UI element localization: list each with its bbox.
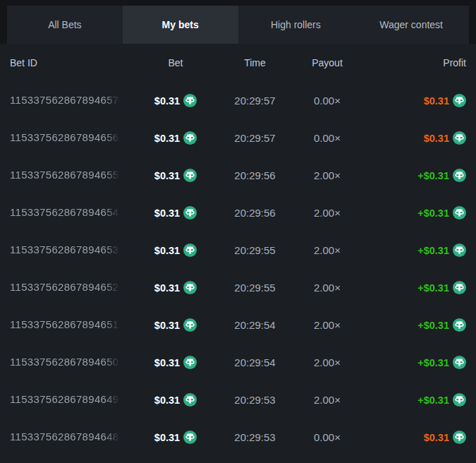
time-value: 20:29:57	[234, 95, 275, 107]
bet-cell: $0.31	[133, 94, 218, 107]
tether-icon	[453, 206, 466, 220]
tether-icon	[453, 431, 466, 444]
table-row[interactable]: 115337562867894654 $0.31 20:29:56 2.00× …	[10, 194, 466, 232]
bet-amount: $0.31	[154, 95, 180, 107]
profit-cell: +$0.31	[362, 243, 466, 257]
bet-cell: $0.31	[133, 356, 218, 369]
payout-cell: 2.00×	[292, 356, 362, 368]
bet-amount: $0.31	[154, 282, 180, 294]
tab-label: High rollers	[271, 19, 321, 30]
bet-id-cell: 115337562867894650	[10, 356, 133, 370]
tab-high-rollers[interactable]: High rollers	[238, 6, 354, 44]
bet-cell: $0.31	[133, 206, 218, 220]
tab-label: Wager contest	[379, 19, 443, 30]
table-row[interactable]: 115337562867894656 $0.31 20:29:57 0.00× …	[10, 119, 466, 157]
bet-id-cell: 115337562867894654	[10, 206, 133, 220]
bet-id-cell: 115337562867894657	[10, 94, 133, 108]
time-cell: 20:29:54	[218, 356, 292, 368]
bet-id-cell: 115337562867894648	[10, 431, 133, 445]
tab-my-bets[interactable]: My bets	[123, 6, 238, 44]
payout-cell: 2.00×	[292, 394, 362, 406]
bet-id-cell: 115337562867894655	[10, 169, 133, 183]
time-value: 20:29:55	[234, 244, 275, 256]
profit-amount: +$0.31	[417, 320, 449, 331]
tether-icon	[183, 281, 197, 294]
tether-icon	[453, 356, 466, 369]
time-cell: 20:29:54	[218, 319, 292, 331]
bet-id-value: 115337562867894657	[10, 94, 121, 106]
payout-value: 2.00×	[314, 244, 341, 256]
time-value: 20:29:53	[234, 394, 275, 406]
profit-amount: +$0.31	[417, 170, 449, 181]
bet-cell: $0.31	[133, 431, 218, 444]
payout-value: 2.00×	[314, 169, 341, 181]
payout-value: 0.00×	[314, 132, 341, 144]
payout-cell: 2.00×	[292, 319, 362, 331]
bet-id-cell: 115337562867894653	[10, 243, 133, 258]
table-body: 115337562867894657 $0.31 20:29:57 0.00× …	[10, 82, 466, 456]
time-cell: 20:29:56	[218, 207, 292, 219]
bets-table: Bet ID Bet Time Payout Profit 1153375628…	[0, 44, 476, 463]
payout-cell: 0.00×	[292, 95, 362, 107]
tether-icon	[183, 431, 197, 444]
tether-icon	[183, 318, 197, 332]
bet-id-cell: 115337562867894651	[10, 318, 133, 332]
payout-cell: 2.00×	[292, 282, 362, 294]
time-value: 20:29:54	[234, 319, 275, 331]
tether-icon	[183, 393, 197, 407]
payout-value: 2.00×	[314, 356, 341, 368]
table-row[interactable]: 115337562867894648 $0.31 20:29:53 0.00× …	[10, 419, 466, 456]
bet-id-value: 115337562867894648	[10, 431, 121, 443]
time-value: 20:29:56	[234, 207, 275, 219]
tether-icon	[453, 318, 466, 332]
payout-value: 2.00×	[314, 394, 341, 406]
time-cell: 20:29:56	[218, 169, 292, 181]
bet-id-value: 115337562867894651	[10, 318, 121, 330]
payout-value: 0.00×	[314, 431, 341, 443]
tab-all-bets[interactable]: All Bets	[7, 6, 123, 44]
table-row[interactable]: 115337562867894651 $0.31 20:29:54 2.00× …	[10, 306, 466, 344]
payout-cell: 0.00×	[292, 431, 362, 443]
tether-icon	[453, 243, 466, 257]
tether-icon	[453, 169, 466, 182]
bet-id-cell: 115337562867894649	[10, 393, 133, 407]
profit-cell: +$0.31	[362, 318, 466, 332]
tether-icon	[183, 243, 197, 257]
bet-amount: $0.31	[154, 357, 180, 368]
bet-amount: $0.31	[154, 208, 180, 219]
table-row[interactable]: 115337562867894649 $0.31 20:29:53 2.00× …	[10, 381, 466, 419]
header-bet-id: Bet ID	[10, 57, 133, 68]
time-cell: 20:29:53	[218, 431, 292, 443]
tab-bar: All Bets My bets High rollers Wager cont…	[7, 6, 469, 44]
header-time: Time	[218, 57, 292, 68]
table-row[interactable]: 115337562867894652 $0.31 20:29:55 2.00× …	[10, 269, 466, 306]
bet-amount: $0.31	[154, 245, 180, 256]
profit-cell: +$0.31	[362, 356, 466, 369]
profit-amount: +$0.31	[417, 208, 449, 219]
profit-amount: +$0.31	[417, 395, 449, 406]
payout-value: 2.00×	[314, 319, 341, 331]
profit-cell: +$0.31	[362, 206, 466, 220]
tab-wager-contest[interactable]: Wager contest	[353, 6, 469, 44]
tab-label: My bets	[162, 19, 199, 30]
bet-cell: $0.31	[133, 131, 218, 145]
bet-cell: $0.31	[133, 318, 218, 332]
table-row[interactable]: 115337562867894655 $0.31 20:29:56 2.00× …	[10, 157, 466, 194]
time-value: 20:29:57	[234, 132, 275, 144]
table-row[interactable]: 115337562867894657 $0.31 20:29:57 0.00× …	[10, 82, 466, 119]
bet-cell: $0.31	[133, 243, 218, 257]
bet-id-value: 115337562867894653	[10, 243, 121, 255]
tether-icon	[453, 393, 466, 407]
tether-icon	[453, 281, 466, 294]
profit-cell: +$0.31	[362, 393, 466, 407]
payout-value: 0.00×	[314, 95, 341, 107]
bet-amount: $0.31	[154, 320, 180, 331]
table-row[interactable]: 115337562867894653 $0.31 20:29:55 2.00× …	[10, 232, 466, 269]
table-row[interactable]: 115337562867894650 $0.31 20:29:54 2.00× …	[10, 344, 466, 381]
tether-icon	[183, 94, 197, 107]
profit-cell: +$0.31	[362, 281, 466, 294]
profit-cell: +$0.31	[362, 169, 466, 182]
bet-id-value: 115337562867894650	[10, 356, 121, 368]
profit-amount: +$0.31	[417, 357, 449, 368]
bet-amount: $0.31	[154, 395, 180, 406]
